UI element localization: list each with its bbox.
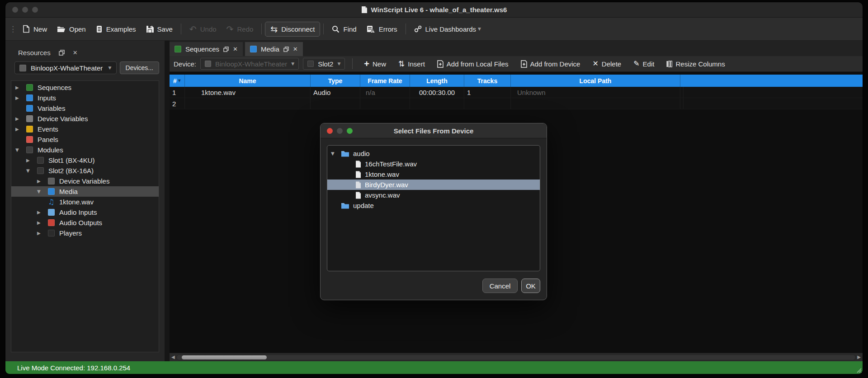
tree-item-variables[interactable]: Variables	[11, 103, 159, 113]
chevron-right-icon[interactable]: ▶	[37, 179, 44, 184]
chevron-right-icon[interactable]: ▶	[15, 95, 23, 100]
tree-item-1ktone[interactable]: ♫ 1ktone.wav	[11, 197, 159, 207]
new-button[interactable]: New	[18, 22, 52, 36]
errors-button[interactable]: Errors	[362, 23, 402, 36]
tree-item-inputs[interactable]: ▶ Inputs	[11, 93, 159, 103]
tree-item-audio-outputs[interactable]: ▶ Audio Outputs	[11, 217, 159, 228]
dialog-buttons: Cancel OK	[327, 271, 540, 293]
toolbar-separator	[181, 24, 181, 34]
tree-item-players[interactable]: ▶ Players	[11, 228, 159, 238]
tree-item-modules[interactable]: ▼ Modules	[11, 145, 159, 155]
scroll-right-icon[interactable]: ▶	[857, 355, 861, 359]
column-header-length[interactable]: Length	[410, 75, 464, 87]
tree-item-device-variables[interactable]: ▶ Device Variables	[11, 113, 159, 124]
chevron-right-icon[interactable]: ▶	[37, 231, 44, 236]
add-from-local-files-button[interactable]: Add from Local Files	[433, 58, 513, 70]
media-device-selector[interactable]: BinloopX-WhaleTheater ▼	[200, 58, 299, 70]
scrollbar-track[interactable]	[176, 354, 856, 360]
chevron-down-icon[interactable]: ▼	[26, 168, 33, 173]
table-row[interactable]: 2	[170, 98, 863, 109]
media-new-button[interactable]: + New	[360, 57, 390, 70]
chevron-right-icon[interactable]: ▶	[37, 210, 44, 215]
edit-button[interactable]: ✎ Edit	[629, 58, 658, 70]
column-header-num[interactable]: # ▼	[170, 75, 185, 87]
zoom-window-icon[interactable]	[347, 128, 353, 134]
tree-item-file[interactable]: 16chTestFile.wav	[327, 159, 540, 169]
minimize-window-icon[interactable]	[337, 128, 343, 134]
close-window-icon[interactable]	[12, 7, 18, 13]
add-from-device-button[interactable]: Add from Device	[517, 58, 585, 70]
resources-tree: ▶ Sequences ▶ Inputs Variables ▶	[11, 80, 159, 352]
toolbar-drag-handle[interactable]: ⋮	[9, 24, 16, 33]
redo-button[interactable]: ↷ Redo	[222, 22, 259, 36]
chevron-right-icon[interactable]: ▶	[15, 85, 23, 90]
table-row[interactable]: 1 1ktone.wav Audio n/a 00:00:30.00 1 Unk…	[170, 87, 863, 98]
disconnect-button[interactable]: ⇆ Disconnect	[265, 22, 320, 37]
tab-sequences[interactable]: Sequences ✕	[170, 42, 243, 56]
column-header-tracks[interactable]: Tracks	[464, 75, 511, 87]
devices-button[interactable]: Devices...	[120, 61, 159, 74]
tree-item-file[interactable]: avsync.wav	[327, 190, 540, 200]
media-toolbar: Device: BinloopX-WhaleTheater ▼ Slot2 ▼ …	[170, 56, 863, 72]
scroll-left-icon[interactable]: ◀	[171, 355, 175, 359]
tree-item-audio-folder[interactable]: ▼ audio	[327, 148, 540, 159]
chevron-down-icon: ▼	[108, 66, 112, 70]
tree-item-media[interactable]: ▼ Media	[11, 186, 159, 197]
tree-item-audio-inputs[interactable]: ▶ Audio Inputs	[11, 207, 159, 217]
tab-media[interactable]: Media ✕	[245, 42, 303, 56]
chevron-right-icon[interactable]: ▶	[26, 158, 33, 163]
tab-bar: Sequences ✕ Media ✕	[170, 41, 863, 56]
scrollbar-thumb[interactable]	[182, 355, 267, 359]
cancel-button[interactable]: Cancel	[482, 279, 518, 293]
chevron-right-icon[interactable]: ▶	[15, 116, 23, 121]
find-button[interactable]: Find	[327, 23, 361, 36]
resize-grip[interactable]	[855, 367, 862, 373]
close-panel-icon[interactable]: ✕	[73, 50, 78, 56]
column-header-frame-rate[interactable]: Frame Rate	[360, 75, 410, 87]
close-tab-icon[interactable]: ✕	[293, 46, 298, 52]
device-selector-value: BinloopX-WhaleTheater	[31, 64, 104, 72]
tree-item-panels[interactable]: Panels	[11, 134, 159, 145]
column-header-local-path[interactable]: Local Path	[511, 75, 680, 87]
float-tab-icon[interactable]	[223, 47, 229, 52]
tree-item-file[interactable]: 1ktone.wav	[327, 169, 540, 180]
file-icon	[355, 161, 361, 168]
tree-item-slot2-device-variables[interactable]: ▶ Device Variables	[11, 176, 159, 186]
tree-item-slot1[interactable]: ▶ Slot1 (BX-4KU)	[11, 155, 159, 165]
chevron-down-icon[interactable]: ▼	[15, 147, 23, 152]
tree-item-sequences[interactable]: ▶ Sequences	[11, 82, 159, 93]
float-panel-icon[interactable]	[59, 50, 65, 56]
chevron-down-icon[interactable]: ▼	[478, 27, 481, 31]
open-button[interactable]: Open	[52, 23, 91, 36]
ok-button[interactable]: OK	[521, 279, 540, 293]
chevron-right-icon[interactable]: ▶	[37, 220, 44, 225]
float-tab-icon[interactable]	[283, 47, 289, 52]
slot-selector[interactable]: Slot2 ▼	[303, 58, 345, 70]
delete-button[interactable]: ✕ Delete	[588, 58, 625, 70]
close-window-icon[interactable]	[327, 128, 333, 134]
tree-item-events[interactable]: ▶ Events	[11, 124, 159, 134]
column-header-type[interactable]: Type	[311, 75, 360, 87]
live-dashboards-button[interactable]: Live Dashboards ▼	[409, 23, 486, 36]
chevron-down-icon[interactable]: ▼	[37, 189, 44, 194]
media-insert-button[interactable]: ⇅ Insert	[394, 58, 429, 70]
dialog-body: ▼ audio 16chTestFile.wav 1ktone.wav	[321, 138, 547, 300]
minimize-window-icon[interactable]	[22, 7, 28, 13]
tree-item-file-selected[interactable]: BirdyDyer.wav	[327, 180, 540, 190]
tree-item-slot2[interactable]: ▼ Slot2 (BX-16A)	[11, 165, 159, 176]
device-selector[interactable]: BinloopX-WhaleTheater ▼	[14, 61, 117, 74]
chevron-down-icon[interactable]: ▼	[331, 151, 338, 156]
zoom-window-icon[interactable]	[32, 7, 38, 13]
undo-button[interactable]: ↶ Undo	[184, 22, 222, 36]
sequences-icon	[26, 84, 33, 91]
column-header-name[interactable]: Name	[185, 75, 311, 87]
chevron-right-icon[interactable]: ▶	[15, 127, 23, 132]
panel-splitter[interactable]	[165, 41, 170, 361]
save-button[interactable]: Save	[141, 23, 178, 36]
undo-icon: ↶	[189, 25, 197, 33]
close-tab-icon[interactable]: ✕	[233, 46, 238, 52]
tree-item-update-folder[interactable]: update	[327, 200, 540, 211]
examples-button[interactable]: Examples	[91, 23, 141, 36]
resize-columns-button[interactable]: Resize Columns	[662, 58, 729, 70]
open-folder-icon	[57, 26, 66, 33]
